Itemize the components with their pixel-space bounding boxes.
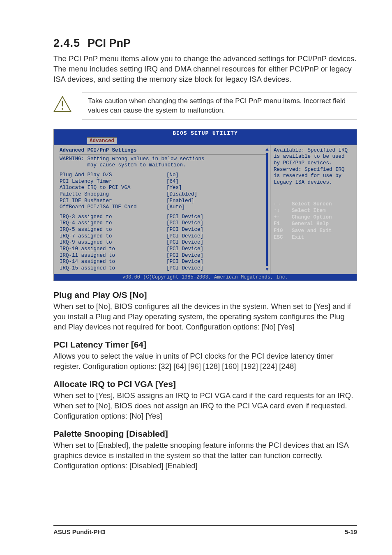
footer-left: ASUS Pundit-PH3 — [53, 528, 106, 535]
bios-key-row: ↑↓Select Item — [274, 207, 353, 214]
caution-box: Take caution when changing the settings … — [82, 92, 357, 120]
caution-text: Take caution when changing the settings … — [88, 97, 346, 114]
section-number: 2.4.5 — [53, 37, 80, 49]
bios-right-pane: Available: Specified IRQ is available to… — [270, 145, 357, 274]
subsection-heading: Palette Snooping [Disabled] — [53, 429, 357, 439]
scroll-up-icon: ▲ — [265, 147, 269, 152]
footer-right: 5-19 — [345, 528, 357, 535]
subsection-heading: Plug and Play O/S [No] — [53, 290, 357, 300]
bios-setting-row: OffBoard PCI/ISA IDE Card[Auto] — [60, 204, 266, 211]
bios-setting-row: Plug And Play O/S[No] — [60, 172, 266, 179]
bios-irq-row: IRQ-11 assigned to[PCI Device] — [60, 253, 266, 259]
bios-footer: v00.00 (C)Copyright 1985-2003, American … — [54, 274, 357, 281]
bios-tab-advanced: Advanced — [87, 137, 117, 144]
bios-section-title: Advanced PCI/PnP Settings — [60, 147, 266, 153]
scroll-down-icon: ▼ — [265, 267, 269, 272]
subsection-heading: Allocate IRQ to PCI VGA [Yes] — [53, 379, 357, 389]
bios-tab-row: Advanced — [54, 137, 357, 145]
bios-irq-row: IRQ-14 assigned to[PCI Device] — [60, 259, 266, 265]
bios-key-row: ←→Select Screen — [274, 201, 353, 207]
subsection-body: When set to [Yes], BIOS assigns an IRQ t… — [53, 391, 357, 421]
subsection-heading: PCI Latency Timer [64] — [53, 340, 357, 350]
page-footer: ASUS Pundit-PH3 5-19 — [53, 525, 357, 535]
bios-irq-row: IRQ-10 assigned to[PCI Device] — [60, 246, 266, 253]
bios-key-row: +-Change Option — [274, 214, 353, 221]
bios-screenshot: BIOS SETUP UTILITY Advanced ▲ ▼ Advanced… — [53, 129, 357, 281]
bios-irq-row: IRQ-7 assigned to[PCI Device] — [60, 233, 266, 240]
bios-divider — [60, 154, 266, 154]
subsection-body: Allows you to select the value in units … — [53, 351, 357, 372]
bios-irq-row: IRQ-4 assigned to[PCI Device] — [60, 220, 266, 227]
bios-left-pane: ▲ ▼ Advanced PCI/PnP Settings WARNING: S… — [54, 145, 270, 274]
bios-setting-row: PCI Latency Timer[64] — [60, 179, 266, 185]
section-title: PCI PnP — [88, 37, 131, 49]
bios-setting-row: PCI IDE BusMaster[Enabled] — [60, 198, 266, 205]
subsection-body: When set to [Enabled], the palette snoop… — [53, 440, 357, 471]
bios-warning-l2: may cause system to malfunction. — [60, 162, 266, 169]
bios-irq-row: IRQ-15 assigned to[PCI Device] — [60, 265, 266, 272]
scroll-track — [266, 153, 268, 266]
bios-title: BIOS SETUP UTILITY — [54, 129, 357, 137]
svg-point-2 — [62, 108, 63, 110]
bios-irq-row: IRQ-9 assigned to[PCI Device] — [60, 240, 266, 246]
bios-irq-row: IRQ-3 assigned to[PCI Device] — [60, 214, 266, 221]
subsection-body: When set to [No], BIOS configures all th… — [53, 302, 357, 332]
bios-key-legend: ←→Select Screen↑↓Select Item+-Change Opt… — [274, 201, 353, 241]
bios-warning-l1: WARNING: Setting wrong values in below s… — [60, 156, 266, 163]
bios-setting-row: Palette Snooping[Disabled] — [60, 191, 266, 198]
section-heading: 2.4.5PCI PnP — [53, 37, 357, 50]
intro-paragraph: The PCI PnP menu items allow you to chan… — [53, 54, 357, 85]
bios-key-row: F1General Help — [274, 221, 353, 227]
bios-key-row: F10Save and Exit — [274, 228, 353, 234]
bios-help-text: Available: Specified IRQ is available to… — [274, 147, 353, 186]
warning-icon — [53, 96, 71, 112]
bios-key-row: ESCExit — [274, 234, 353, 241]
bios-irq-row: IRQ-5 assigned to[PCI Device] — [60, 227, 266, 233]
bios-setting-row: Allocate IRQ to PCI VGA[Yes] — [60, 185, 266, 191]
